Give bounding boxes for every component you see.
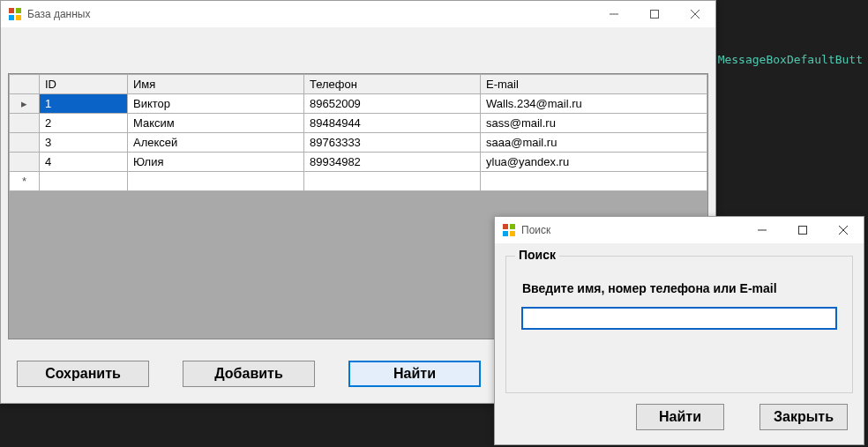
- main-title: База данных: [27, 8, 594, 20]
- cell-id[interactable]: 4: [40, 153, 128, 172]
- svg-rect-9: [510, 224, 515, 229]
- svg-rect-5: [651, 11, 659, 19]
- cell-name[interactable]: Виктор: [128, 94, 304, 114]
- app-icon: [8, 7, 22, 21]
- close-button[interactable]: [675, 1, 715, 27]
- svg-rect-13: [799, 227, 807, 235]
- app-icon: [502, 223, 516, 237]
- cell-name[interactable]: Алексей: [128, 133, 304, 153]
- cell-phone[interactable]: 89652009: [304, 94, 481, 114]
- row-header[interactable]: [10, 153, 40, 172]
- cell-name[interactable]: Максим: [128, 114, 304, 133]
- main-window-controls: [594, 1, 715, 27]
- cell-empty[interactable]: [304, 172, 481, 191]
- search-titlebar[interactable]: Поиск: [495, 217, 864, 243]
- row-header-new[interactable]: *: [10, 172, 40, 191]
- search-window-controls: [742, 217, 864, 243]
- main-titlebar[interactable]: База данных: [1, 1, 715, 27]
- cell-empty[interactable]: [128, 172, 304, 191]
- cell-email[interactable]: saaa@mail.ru: [481, 133, 707, 153]
- table-row[interactable]: 2Максим89484944sass@mail.ru: [10, 114, 707, 133]
- cell-id[interactable]: 1: [40, 94, 128, 114]
- cell-phone[interactable]: 89934982: [304, 153, 481, 172]
- table-row[interactable]: 3Алексей89763333saaa@mail.ru: [10, 133, 707, 153]
- close-button[interactable]: [823, 217, 864, 243]
- search-find-button[interactable]: Найти: [636, 404, 724, 430]
- svg-rect-2: [9, 15, 14, 20]
- main-buttons-row: Сохранить Добавить Найти: [17, 361, 481, 387]
- table-row[interactable]: 4Юлия89934982ylua@yandex.ru: [10, 153, 707, 172]
- cell-email[interactable]: sass@mail.ru: [481, 114, 707, 133]
- search-groupbox: Поиск Введите имя, номер телефона или E-…: [505, 256, 853, 393]
- col-header-email[interactable]: E-mail: [481, 75, 707, 94]
- cell-empty[interactable]: [481, 172, 707, 191]
- cell-email[interactable]: Walls.234@mail.ru: [481, 94, 707, 114]
- cell-email[interactable]: ylua@yandex.ru: [481, 153, 707, 172]
- col-header-phone[interactable]: Телефон: [304, 75, 481, 94]
- cell-phone[interactable]: 89484944: [304, 114, 481, 133]
- search-buttons-row: Найти Закрыть: [636, 404, 848, 430]
- search-group-label: Поиск: [515, 248, 559, 262]
- maximize-button[interactable]: [782, 217, 823, 243]
- row-header[interactable]: [10, 114, 40, 133]
- col-header-id[interactable]: ID: [40, 75, 128, 94]
- search-window: Поиск Поиск Введите имя, номер телефона …: [494, 216, 864, 445]
- minimize-button[interactable]: [742, 217, 782, 243]
- cell-empty[interactable]: [40, 172, 128, 191]
- cell-id[interactable]: 2: [40, 114, 128, 133]
- table-new-row[interactable]: *: [10, 172, 707, 191]
- search-close-button[interactable]: Закрыть: [760, 404, 848, 430]
- minimize-button[interactable]: [594, 1, 634, 27]
- find-button[interactable]: Найти: [348, 361, 481, 387]
- table-row[interactable]: ▸1Виктор89652009Walls.234@mail.ru: [10, 94, 707, 114]
- save-button[interactable]: Сохранить: [17, 361, 149, 387]
- cell-name[interactable]: Юлия: [128, 153, 304, 172]
- col-header-name[interactable]: Имя: [128, 75, 304, 94]
- search-input[interactable]: [522, 308, 836, 329]
- search-prompt: Введите имя, номер телефона или E-mail: [522, 281, 777, 295]
- row-header[interactable]: ▸: [10, 94, 40, 114]
- datagrid[interactable]: ID Имя Телефон E-mail ▸1Виктор89652009Wa…: [9, 74, 707, 191]
- cell-phone[interactable]: 89763333: [304, 133, 481, 153]
- svg-rect-11: [510, 231, 515, 236]
- maximize-button[interactable]: [634, 1, 675, 27]
- svg-rect-8: [503, 224, 508, 229]
- cell-id[interactable]: 3: [40, 133, 128, 153]
- add-button[interactable]: Добавить: [183, 361, 315, 387]
- row-header-corner[interactable]: [10, 75, 40, 94]
- svg-rect-3: [16, 15, 21, 20]
- search-title: Поиск: [521, 224, 742, 236]
- svg-rect-0: [9, 8, 14, 13]
- svg-rect-1: [16, 8, 21, 13]
- svg-rect-10: [503, 231, 508, 236]
- row-header[interactable]: [10, 133, 40, 153]
